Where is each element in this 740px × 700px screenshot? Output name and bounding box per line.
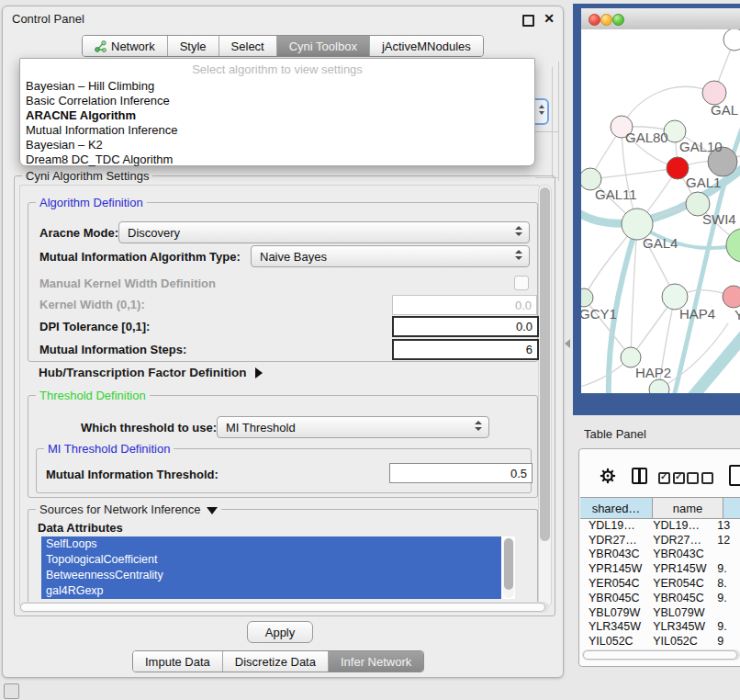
float-panel-icon[interactable] bbox=[522, 15, 534, 27]
node-label-hap2: HAP2 bbox=[635, 365, 671, 380]
scrollbar-thumb[interactable] bbox=[504, 538, 513, 590]
close-window-icon[interactable] bbox=[589, 14, 600, 26]
column-header-a[interactable]: A bbox=[723, 498, 740, 518]
settings-horizontal-scrollbar[interactable] bbox=[19, 602, 549, 613]
table-cell: YIL052C bbox=[646, 635, 711, 647]
algorithm-option-dream8-dc-tdc-algorithm[interactable]: Dream8 DC_TDC Algorithm bbox=[26, 152, 529, 167]
table-panel-title: Table Panel bbox=[584, 427, 646, 441]
tab-discretize-data[interactable]: Discretize Data bbox=[222, 651, 328, 672]
minimized-panel-icon[interactable] bbox=[4, 683, 19, 699]
unchecked-checkboxes-icon[interactable] bbox=[687, 471, 716, 488]
table-cell: YBR045C bbox=[580, 592, 646, 604]
tab-impute-data[interactable]: Impute Data bbox=[133, 651, 222, 672]
algorithm-option-bayesian-hill-climbing[interactable]: Bayesian – Hill Climbing bbox=[26, 79, 529, 94]
scrollbar-thumb[interactable] bbox=[20, 603, 545, 612]
apply-button[interactable]: Apply bbox=[247, 621, 313, 643]
table-row[interactable]: YIL052CYIL052C9 bbox=[580, 634, 740, 647]
collapse-arrow-icon bbox=[207, 507, 218, 514]
table-row[interactable]: YBR043CYBR043C bbox=[580, 548, 740, 562]
kernel-width-field[interactable]: 0.0 bbox=[392, 295, 537, 315]
network-window-titlebar[interactable] bbox=[581, 8, 740, 30]
table-cell: 9. bbox=[711, 592, 740, 604]
sources-title[interactable]: Sources for Network Inference bbox=[36, 502, 221, 516]
network-node-y[interactable] bbox=[723, 286, 740, 308]
scrollbar-thumb[interactable] bbox=[540, 187, 550, 541]
network-edge[interactable] bbox=[690, 331, 740, 393]
zoom-window-icon[interactable] bbox=[612, 14, 624, 26]
algorithm-option-mutual-information-inference[interactable]: Mutual Information Inference bbox=[26, 123, 529, 138]
mi-steps-field[interactable]: 6 bbox=[392, 339, 539, 360]
mi-threshold-field[interactable]: 0.5 bbox=[389, 463, 533, 483]
algorithm-option-basic-correlation-inference[interactable]: Basic Correlation Inference bbox=[26, 94, 529, 108]
tab-network[interactable]: Network bbox=[83, 36, 167, 56]
aracne-mode-combobox[interactable]: Discovery bbox=[118, 221, 530, 243]
checked-checkboxes-icon[interactable] bbox=[658, 471, 688, 488]
node-label-gal: GAL bbox=[711, 102, 738, 118]
column-header-shared[interactable]: shared… bbox=[580, 498, 653, 518]
hub-definition-expander[interactable]: Hub/Transcription Factor Definition bbox=[39, 366, 263, 379]
manual-kernel-checkbox[interactable] bbox=[514, 276, 529, 290]
table-horizontal-scrollbar[interactable] bbox=[582, 649, 740, 660]
table-row[interactable]: YDL19…YDL19…13 bbox=[580, 518, 740, 533]
document-icon[interactable] bbox=[729, 465, 740, 486]
algorithm-definition-title: Algorithm Definition bbox=[36, 196, 147, 209]
panel-divider-collapse-icon[interactable] bbox=[565, 339, 570, 348]
network-edge[interactable] bbox=[622, 86, 714, 127]
tab-infer-network[interactable]: Infer Network bbox=[328, 651, 423, 672]
close-panel-icon[interactable]: ✕ bbox=[544, 11, 555, 26]
dpi-tolerance-value: 0.0 bbox=[516, 320, 533, 333]
network-view-window[interactable]: GALGAL80GAL10GAL1GAL11SWI4GAL4GCY1HAP4YH… bbox=[573, 4, 740, 415]
tab-select[interactable]: Select bbox=[219, 36, 276, 56]
threshold-definition-group: Threshold Definition Which threshold to … bbox=[28, 395, 538, 498]
attribute-item-gal4rgexp[interactable]: gal4RGexp bbox=[41, 583, 501, 599]
tab-label: Select bbox=[231, 40, 264, 53]
table-row[interactable]: YLR345WYLR345W9. bbox=[580, 620, 740, 635]
tab-label: Discretize Data bbox=[235, 655, 316, 669]
network-node[interactable] bbox=[723, 29, 740, 51]
table-row[interactable]: YER054CYER054C8. bbox=[580, 576, 740, 591]
combo-arrows-icon bbox=[475, 421, 482, 431]
table-cell: YER054C bbox=[580, 577, 646, 590]
settings-vertical-scrollbar[interactable] bbox=[538, 185, 552, 608]
tab-cyni-toolbox[interactable]: Cyni Toolbox bbox=[276, 36, 369, 56]
tab-jactivemnodules[interactable]: jActiveMNodules bbox=[369, 36, 483, 56]
table-row[interactable]: YDR27…YDR27…12 bbox=[580, 533, 740, 548]
data-attributes-list[interactable]: SelfLoopsTopologicalCoefficientBetweenne… bbox=[41, 536, 515, 599]
algorithm-list: Bayesian – Hill ClimbingBasic Correlatio… bbox=[26, 79, 529, 167]
table-cell: 9. bbox=[711, 620, 740, 633]
algorithm-option-aracne-algorithm[interactable]: ARACNE Algorithm bbox=[26, 108, 529, 123]
attribute-item-betweennesscentrality[interactable]: BetweennessCentrality bbox=[41, 568, 501, 583]
attribute-item-selfloops[interactable]: SelfLoops bbox=[41, 536, 501, 552]
table-cell: YDR27… bbox=[580, 534, 646, 547]
network-node-gcy1[interactable] bbox=[581, 288, 593, 307]
mi-threshold-definition-title: MI Threshold Definition bbox=[44, 442, 174, 456]
which-threshold-combobox[interactable]: MI Threshold bbox=[217, 416, 489, 438]
node-label-gal11: GAL11 bbox=[595, 186, 637, 202]
which-threshold-value: MI Threshold bbox=[226, 421, 296, 435]
scrollbar-thumb[interactable] bbox=[583, 650, 737, 660]
network-edge[interactable] bbox=[590, 168, 678, 179]
tab-style[interactable]: Style bbox=[167, 36, 219, 56]
gear-icon[interactable] bbox=[600, 468, 616, 488]
network-canvas[interactable]: GALGAL80GAL10GAL1GAL11SWI4GAL4GCY1HAP4YH… bbox=[581, 29, 740, 393]
mi-type-label: Mutual Information Algorithm Type: bbox=[39, 250, 241, 264]
table-row[interactable]: YBR045CYBR045C9. bbox=[580, 591, 740, 605]
mi-algorithm-type-combobox[interactable]: Naive Bayes bbox=[251, 245, 530, 267]
table-cell: YDR27… bbox=[646, 534, 711, 547]
network-node[interactable] bbox=[649, 379, 669, 393]
dpi-tolerance-field[interactable]: 0.0 bbox=[392, 316, 539, 337]
column-header-name[interactable]: name bbox=[653, 498, 723, 518]
attributes-scrollbar[interactable] bbox=[503, 537, 514, 598]
network-graph: GALGAL80GAL10GAL1GAL11SWI4GAL4GCY1HAP4YH… bbox=[581, 29, 740, 393]
table-row[interactable]: YBL079WYBL079W bbox=[580, 605, 740, 620]
minimize-window-icon[interactable] bbox=[600, 14, 612, 26]
algorithm-placeholder: Select algorithm to view settings bbox=[20, 62, 534, 76]
algorithm-option-bayesian-k2[interactable]: Bayesian – K2 bbox=[26, 138, 529, 152]
table-row[interactable]: YPR145WYPR145W9. bbox=[580, 561, 740, 576]
attribute-item-topologicalcoefficient[interactable]: TopologicalCoefficient bbox=[41, 552, 501, 568]
table-cell: YLR345W bbox=[646, 620, 711, 633]
combo-arrows-icon bbox=[515, 250, 522, 260]
tab-label: jActiveMNodules bbox=[382, 40, 471, 53]
table-cell: 9 bbox=[711, 635, 740, 647]
columns-icon[interactable] bbox=[632, 468, 647, 484]
